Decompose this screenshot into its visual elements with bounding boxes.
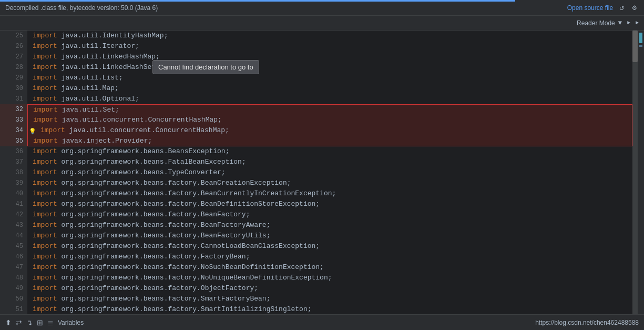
line-number-49: 49 [0, 283, 27, 294]
line-number-42: 42 [0, 209, 27, 220]
line-number-45: 45 [0, 241, 27, 252]
reader-mode-label[interactable]: Reader Mode [577, 19, 615, 27]
code-wrapper: 2526272829303132333435363738394041424344… [0, 31, 644, 314]
step-icon[interactable]: ↴ [26, 318, 33, 327]
line-number-47: 47 [0, 262, 27, 273]
progress-bar [0, 0, 515, 2]
code-line-29: import java.util.List; [27, 73, 632, 83]
code-line-36: import org.springframework.beans.BeansEx… [27, 146, 632, 157]
tooltip-text: Cannot find declaration to go to [158, 63, 253, 71]
code-line-39: import org.springframework.beans.factory… [27, 178, 632, 188]
line-number-32: 32 [0, 104, 27, 115]
code-line-26: import java.util.Iterator; [27, 41, 632, 52]
code-line-46: import org.springframework.beans.factory… [27, 252, 632, 262]
code-line-37: import org.springframework.beans.FatalBe… [27, 157, 632, 167]
refresh-small-icon[interactable]: ⇄ [16, 318, 22, 327]
chevron-right-icon-1: ► [627, 20, 630, 26]
table-icon[interactable]: ⊞ [37, 318, 43, 327]
code-line-47: import org.springframework.beans.factory… [27, 262, 632, 273]
code-line-34: 💡import java.util.concurrent.ConcurrentH… [27, 125, 632, 136]
code-line-38: import org.springframework.beans.TypeCon… [27, 167, 632, 178]
line-number-37: 37 [0, 157, 27, 167]
scrollbar[interactable] [632, 31, 638, 314]
code-line-40: import org.springframework.beans.factory… [27, 188, 632, 199]
code-line-44: import org.springframework.beans.factory… [27, 231, 632, 241]
line-number-46: 46 [0, 252, 27, 262]
line-numbers: 2526272829303132333435363738394041424344… [0, 31, 27, 314]
columns-icon[interactable]: ≣ [47, 318, 54, 327]
bottom-bar-left: ⬆ ⇄ ↴ ⊞ ≣ Variables [5, 318, 84, 327]
variables-tab[interactable]: Variables [58, 319, 84, 326]
top-bar-actions: Open source file ↺ ⚙ [567, 2, 639, 13]
up-icon[interactable]: ⬆ [5, 318, 12, 327]
line-number-44: 44 [0, 231, 27, 241]
file-info: Decompiled .class file, bytecode version… [5, 4, 158, 12]
code-line-28: import java.util.LinkedHashSet; [27, 62, 632, 73]
line-number-28: 28 [0, 62, 27, 73]
line-number-38: 38 [0, 167, 27, 178]
line-number-27: 27 [0, 52, 27, 62]
line-number-43: 43 [0, 220, 27, 231]
line-number-41: 41 [0, 199, 27, 209]
code-line-33: import java.util.concurrent.ConcurrentHa… [27, 115, 632, 125]
toggle-icon[interactable]: ▼ [618, 19, 622, 27]
code-line-41: import org.springframework.beans.factory… [27, 199, 632, 209]
url-text: https://blog.csdn.net/chen462488588 [535, 319, 639, 326]
code-line-32: import java.util.Set; [27, 104, 632, 115]
line-number-29: 29 [0, 73, 27, 83]
code-line-50: import org.springframework.beans.factory… [27, 294, 632, 304]
code-line-43: import org.springframework.beans.factory… [27, 220, 632, 231]
url-display: https://blog.csdn.net/chen462488588 [535, 319, 639, 326]
line-number-48: 48 [0, 273, 27, 283]
scrollbar-thumb[interactable] [632, 31, 638, 62]
code-area: Cannot find declaration to go to import … [27, 31, 632, 314]
line-number-36: 36 [0, 146, 27, 157]
line-number-26: 26 [0, 41, 27, 52]
line-number-35: 35 [0, 136, 27, 146]
panel-bar-1 [639, 33, 642, 43]
line-number-34: 34 [0, 125, 27, 136]
settings-icon[interactable]: ⚙ [630, 2, 639, 13]
refresh-icon[interactable]: ↺ [617, 2, 626, 13]
code-line-25: import java.util.IdentityHashMap; [27, 31, 632, 41]
line-number-30: 30 [0, 83, 27, 94]
code-line-48: import org.springframework.beans.factory… [27, 273, 632, 283]
bottom-bar: ⬆ ⇄ ↴ ⊞ ≣ Variables https://blog.csdn.ne… [0, 314, 644, 330]
code-line-45: import org.springframework.beans.factory… [27, 241, 632, 252]
code-line-49: import org.springframework.beans.factory… [27, 283, 632, 294]
right-panel [638, 31, 644, 314]
code-line-30: import java.util.Map; [27, 83, 632, 94]
code-line-42: import org.springframework.beans.factory… [27, 209, 632, 220]
code-line-31: import java.util.Optional; [27, 94, 632, 104]
open-source-button[interactable]: Open source file [567, 4, 613, 12]
chevron-right-icon-2: ► [636, 20, 639, 26]
line-number-25: 25 [0, 31, 27, 41]
line-number-50: 50 [0, 294, 27, 304]
panel-indicator [639, 45, 642, 47]
main-content: 2526272829303132333435363738394041424344… [0, 31, 644, 314]
line-number-40: 40 [0, 188, 27, 199]
tooltip-box: Cannot find declaration to go to [152, 60, 259, 74]
line-number-31: 31 [0, 94, 27, 104]
reader-bar: Reader Mode ▼ ► ► [0, 16, 644, 31]
line-number-39: 39 [0, 178, 27, 188]
code-line-51: import org.springframework.beans.factory… [27, 304, 632, 314]
code-line-35: import javax.inject.Provider; [27, 136, 632, 146]
line-number-51: 51 [0, 304, 27, 314]
line-number-33: 33 [0, 115, 27, 125]
top-bar: Decompiled .class file, bytecode version… [0, 0, 644, 16]
code-line-27: import java.util.LinkedHashMap; [27, 52, 632, 62]
